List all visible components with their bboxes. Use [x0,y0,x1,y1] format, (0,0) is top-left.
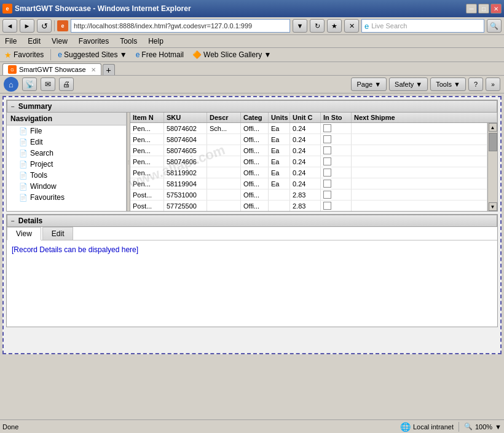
cell-units-7 [269,201,290,211]
tab-smartgwt[interactable]: G SmartGWT Showcase ✕ [2,63,101,75]
url-dropdown-button[interactable]: ▼ [293,19,307,33]
search-bar[interactable]: e Live Search [361,19,484,33]
fav-divider-1 [50,49,51,60]
table-row[interactable]: Pen... 58074606 Offi... Ea 0.24 [130,156,487,167]
cell-sku-6: 57531000 [164,189,207,200]
checkbox-6[interactable] [323,191,331,199]
address-bar: ◄ ► ↺ e http://localhost:8888/index.html… [0,17,504,35]
cell-in-stock-6[interactable] [321,189,352,200]
cell-next-ship-3 [352,156,487,167]
summary-header[interactable]: − Summary [7,100,497,113]
cell-in-stock-4[interactable] [321,167,352,178]
table-row[interactable]: Pen... 58074604 Offi... Ea 0.24 [130,134,487,145]
cell-in-stock-5[interactable] [321,178,352,189]
menu-tools[interactable]: Tools [117,36,140,46]
window-title: SmartGWT Showcase - Windows Internet Exp… [15,4,191,13]
scroll-down-button[interactable]: ▼ [489,202,497,211]
cell-units-6 [269,189,290,200]
nav-label-tools: Tools [30,171,47,180]
details-header[interactable]: − Details [7,215,497,227]
tab-view[interactable]: View [7,227,41,240]
nav-item-tools[interactable]: 📄 Tools [7,170,126,181]
cell-sku-7: 57725500 [164,201,207,211]
details-toggle[interactable]: − [11,218,15,224]
table-row[interactable]: Post... 57725500 Offi... 2.83 [130,201,487,211]
table-row[interactable]: Pen... 58119902 Offi... Ea 0.24 [130,167,487,178]
refresh-button[interactable]: ↺ [37,19,52,33]
nav-item-file[interactable]: 📄 File [7,125,126,137]
tab-edit[interactable]: Edit [42,227,74,240]
tools-button[interactable]: Tools ▼ [430,77,466,91]
cell-sku-4: 58119902 [164,167,207,178]
tab-close-icon[interactable]: ✕ [91,66,96,73]
cell-desc-3 [207,156,241,167]
menu-file[interactable]: File [2,36,19,46]
cell-in-stock-3[interactable] [321,156,352,167]
page-button[interactable]: Page ▼ [351,77,387,91]
nav-item-search[interactable]: 📄 Search [7,148,126,159]
grid-scrollbar[interactable]: ▲ ▼ [487,123,497,211]
cell-unit-cost-5: 0.24 [290,178,321,189]
menu-favorites[interactable]: Favorites [76,36,111,46]
suggested-sites-button[interactable]: e Suggested Sites ▼ [56,50,128,60]
scroll-up-button[interactable]: ▲ [489,123,497,132]
cell-in-stock-7[interactable] [321,201,352,211]
stop-button[interactable]: ✕ [344,19,359,33]
cell-next-ship-7 [352,201,487,211]
restore-button[interactable]: □ [478,4,489,14]
nav-item-edit[interactable]: 📄 Edit [7,137,126,148]
table-row[interactable]: Pen... 58119904 Offi... Ea 0.24 [130,178,487,189]
back-button[interactable]: ◄ [2,19,17,33]
nav-item-project[interactable]: 📄 Project [7,159,126,170]
favourites-icon: 📄 [19,194,28,202]
url-bar[interactable]: http://localhost:8888/index.html?gwt.cod… [71,19,290,33]
col-header-sku: SKU [164,113,207,122]
tools-doc-icon: 📄 [19,172,28,180]
minimize-button[interactable]: ─ [466,4,477,14]
toolbar-extra-button[interactable]: » [486,77,500,91]
checkbox-5[interactable] [323,180,331,188]
nav-label-file: File [30,127,42,135]
cell-in-stock-0[interactable] [321,123,352,133]
cell-item-num-7: Post... [130,201,164,211]
table-row[interactable]: Pen... 58074602 Sch... Offi... Ea 0.24 [130,123,487,134]
menu-view[interactable]: View [49,36,70,46]
grid-panel: Item N SKU Descr Categ Units Unit C In S… [130,113,497,211]
checkbox-3[interactable] [323,157,331,165]
cell-categ-6: Offi... [241,189,269,200]
main-area: www.allapi.com − Summary Nasvigation 📄 F… [0,93,504,357]
nav-item-favourites[interactable]: 📄 Favourites [7,192,126,203]
checkbox-2[interactable] [323,146,331,154]
web-slice-gallery-button[interactable]: 🔶 Web Slice Gallery ▼ [191,50,273,60]
free-hotmail-button[interactable]: e Free Hotmail [134,50,186,60]
help-button[interactable]: ? [468,77,483,91]
table-row[interactable]: Pen... 58074605 Offi... Ea 0.24 [130,145,487,156]
new-tab-button[interactable]: + [103,64,115,75]
print-button[interactable]: 🖨 [59,77,74,91]
safety-button[interactable]: Safety ▼ [389,77,428,91]
checkbox-4[interactable] [323,169,331,177]
menu-edit[interactable]: Edit [25,36,43,46]
scroll-thumb[interactable] [489,133,497,151]
checkbox-1[interactable] [323,135,331,143]
forward-button[interactable]: ► [20,19,34,33]
menu-help[interactable]: Help [146,36,166,46]
cell-in-stock-2[interactable] [321,145,352,156]
favorites-button[interactable]: ★ Favorites [2,50,45,60]
cell-sku-0: 58074602 [164,123,207,133]
add-favorite-button[interactable]: ★ [327,19,342,33]
cell-desc-0: Sch... [207,123,241,133]
checkbox-0[interactable] [323,124,331,132]
table-row[interactable]: Post... 57531000 Offi... 2.83 [130,189,487,201]
nav-item-window[interactable]: 📄 Window [7,181,126,192]
rss-button[interactable]: 📡 [22,77,37,91]
zoom-dropdown-icon[interactable]: ▼ [495,423,502,431]
status-text: Done [2,423,400,431]
refresh-page-button[interactable]: ↻ [310,19,325,33]
close-button[interactable]: ✕ [490,4,502,14]
search-button[interactable]: 🔍 [487,19,502,33]
email-button[interactable]: ✉ [41,77,55,91]
checkbox-7[interactable] [323,202,331,210]
summary-toggle[interactable]: − [11,103,15,110]
cell-in-stock-1[interactable] [321,134,352,145]
